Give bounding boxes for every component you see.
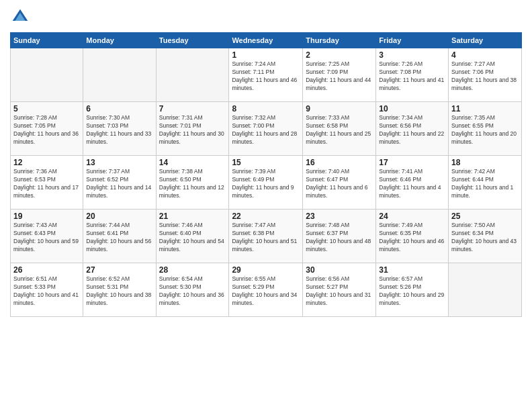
day-info: Sunrise: 7:33 AM Sunset: 6:58 PM Dayligh…: [306, 114, 373, 146]
calendar-cell: 29Sunrise: 6:55 AM Sunset: 5:29 PM Dayli…: [229, 263, 303, 317]
day-info: Sunrise: 6:54 AM Sunset: 5:30 PM Dayligh…: [159, 275, 226, 308]
calendar-cell: 3Sunrise: 7:26 AM Sunset: 7:08 PM Daylig…: [376, 48, 449, 102]
day-number: 2: [306, 50, 373, 60]
weekday-header-sunday: Sunday: [11, 33, 83, 48]
day-number: 22: [232, 212, 300, 221]
day-info: Sunrise: 7:27 AM Sunset: 7:06 PM Dayligh…: [451, 60, 519, 93]
day-number: 25: [451, 212, 519, 221]
day-info: Sunrise: 6:55 AM Sunset: 5:29 PM Dayligh…: [232, 275, 300, 308]
logo-icon: [10, 7, 30, 27]
day-info: Sunrise: 7:42 AM Sunset: 6:44 PM Dayligh…: [451, 168, 519, 200]
day-info: Sunrise: 7:49 AM Sunset: 6:35 PM Dayligh…: [379, 222, 445, 254]
day-number: 5: [13, 104, 80, 113]
calendar-cell: 1Sunrise: 7:24 AM Sunset: 7:11 PM Daylig…: [229, 48, 303, 102]
day-number: 4: [451, 50, 519, 60]
day-number: 20: [86, 212, 152, 221]
day-info: Sunrise: 7:46 AM Sunset: 6:40 PM Dayligh…: [159, 222, 226, 254]
day-info: Sunrise: 7:43 AM Sunset: 6:43 PM Dayligh…: [13, 222, 80, 254]
day-number: 6: [86, 104, 152, 113]
day-number: 1: [232, 50, 300, 60]
day-number: 12: [13, 158, 80, 167]
calendar-week-5: 26Sunrise: 6:51 AM Sunset: 5:33 PM Dayli…: [11, 263, 522, 317]
calendar-cell: 23Sunrise: 7:48 AM Sunset: 6:37 PM Dayli…: [303, 210, 376, 263]
calendar-cell: 14Sunrise: 7:38 AM Sunset: 6:50 PM Dayli…: [156, 156, 229, 210]
day-number: 23: [306, 212, 373, 221]
day-info: Sunrise: 7:30 AM Sunset: 7:03 PM Dayligh…: [86, 114, 152, 146]
calendar-table: SundayMondayTuesdayWednesdayThursdayFrid…: [10, 32, 522, 317]
logo: [10, 7, 33, 27]
day-info: Sunrise: 6:52 AM Sunset: 5:31 PM Dayligh…: [86, 275, 152, 308]
day-info: Sunrise: 7:36 AM Sunset: 6:53 PM Dayligh…: [13, 168, 80, 200]
day-info: Sunrise: 7:25 AM Sunset: 7:09 PM Dayligh…: [306, 60, 373, 93]
calendar-cell: [11, 48, 83, 102]
calendar-cell: 24Sunrise: 7:49 AM Sunset: 6:35 PM Dayli…: [376, 210, 449, 263]
calendar-cell: 16Sunrise: 7:40 AM Sunset: 6:47 PM Dayli…: [303, 156, 376, 210]
calendar-cell: 25Sunrise: 7:50 AM Sunset: 6:34 PM Dayli…: [449, 210, 522, 263]
weekday-header-thursday: Thursday: [303, 33, 376, 48]
calendar-cell: 15Sunrise: 7:39 AM Sunset: 6:49 PM Dayli…: [229, 156, 303, 210]
day-info: Sunrise: 7:39 AM Sunset: 6:49 PM Dayligh…: [232, 168, 300, 200]
day-info: Sunrise: 7:47 AM Sunset: 6:38 PM Dayligh…: [232, 222, 300, 254]
day-info: Sunrise: 7:31 AM Sunset: 7:01 PM Dayligh…: [159, 114, 226, 146]
calendar-week-3: 12Sunrise: 7:36 AM Sunset: 6:53 PM Dayli…: [11, 156, 522, 210]
calendar-cell: 12Sunrise: 7:36 AM Sunset: 6:53 PM Dayli…: [11, 156, 83, 210]
day-info: Sunrise: 7:24 AM Sunset: 7:11 PM Dayligh…: [232, 60, 300, 93]
calendar-cell: 21Sunrise: 7:46 AM Sunset: 6:40 PM Dayli…: [156, 210, 229, 263]
calendar-cell: 28Sunrise: 6:54 AM Sunset: 5:30 PM Dayli…: [156, 263, 229, 317]
day-info: Sunrise: 7:26 AM Sunset: 7:08 PM Dayligh…: [379, 60, 445, 93]
calendar-cell: 26Sunrise: 6:51 AM Sunset: 5:33 PM Dayli…: [11, 263, 83, 317]
day-number: 10: [379, 104, 445, 113]
day-number: 30: [306, 265, 373, 275]
weekday-header-wednesday: Wednesday: [229, 33, 303, 48]
calendar-cell: 18Sunrise: 7:42 AM Sunset: 6:44 PM Dayli…: [449, 156, 522, 210]
calendar-cell: 17Sunrise: 7:41 AM Sunset: 6:46 PM Dayli…: [376, 156, 449, 210]
day-info: Sunrise: 7:44 AM Sunset: 6:41 PM Dayligh…: [86, 222, 152, 254]
calendar-cell: 19Sunrise: 7:43 AM Sunset: 6:43 PM Dayli…: [11, 210, 83, 263]
calendar-cell: [449, 263, 522, 317]
day-info: Sunrise: 7:40 AM Sunset: 6:47 PM Dayligh…: [306, 168, 373, 200]
day-info: Sunrise: 7:28 AM Sunset: 7:05 PM Dayligh…: [13, 114, 80, 146]
calendar-cell: 10Sunrise: 7:34 AM Sunset: 6:56 PM Dayli…: [376, 102, 449, 156]
calendar-cell: [156, 48, 229, 102]
day-info: Sunrise: 7:34 AM Sunset: 6:56 PM Dayligh…: [379, 114, 445, 146]
calendar-cell: 4Sunrise: 7:27 AM Sunset: 7:06 PM Daylig…: [449, 48, 522, 102]
day-number: 13: [86, 158, 152, 167]
day-info: Sunrise: 7:50 AM Sunset: 6:34 PM Dayligh…: [451, 222, 519, 254]
day-number: 18: [451, 158, 519, 167]
calendar-cell: 22Sunrise: 7:47 AM Sunset: 6:38 PM Dayli…: [229, 210, 303, 263]
day-number: 3: [379, 50, 445, 60]
weekday-header-saturday: Saturday: [449, 33, 522, 48]
day-info: Sunrise: 7:38 AM Sunset: 6:50 PM Dayligh…: [159, 168, 226, 200]
calendar-cell: 2Sunrise: 7:25 AM Sunset: 7:09 PM Daylig…: [303, 48, 376, 102]
day-number: 14: [159, 158, 226, 167]
day-number: 24: [379, 212, 445, 221]
calendar-cell: 5Sunrise: 7:28 AM Sunset: 7:05 PM Daylig…: [11, 102, 83, 156]
calendar-cell: 7Sunrise: 7:31 AM Sunset: 7:01 PM Daylig…: [156, 102, 229, 156]
calendar-cell: 9Sunrise: 7:33 AM Sunset: 6:58 PM Daylig…: [303, 102, 376, 156]
day-info: Sunrise: 7:35 AM Sunset: 6:55 PM Dayligh…: [451, 114, 519, 146]
calendar-cell: 31Sunrise: 6:57 AM Sunset: 5:26 PM Dayli…: [376, 263, 449, 317]
calendar-week-4: 19Sunrise: 7:43 AM Sunset: 6:43 PM Dayli…: [11, 210, 522, 263]
calendar-cell: 11Sunrise: 7:35 AM Sunset: 6:55 PM Dayli…: [449, 102, 522, 156]
calendar-cell: 30Sunrise: 6:56 AM Sunset: 5:27 PM Dayli…: [303, 263, 376, 317]
page: SundayMondayTuesdayWednesdayThursdayFrid…: [0, 0, 532, 411]
day-info: Sunrise: 6:51 AM Sunset: 5:33 PM Dayligh…: [13, 275, 80, 308]
calendar-cell: 6Sunrise: 7:30 AM Sunset: 7:03 PM Daylig…: [83, 102, 156, 156]
calendar-week-1: 1Sunrise: 7:24 AM Sunset: 7:11 PM Daylig…: [11, 48, 522, 102]
day-number: 7: [159, 104, 226, 113]
calendar-cell: 27Sunrise: 6:52 AM Sunset: 5:31 PM Dayli…: [83, 263, 156, 317]
header: [10, 7, 522, 27]
calendar-week-2: 5Sunrise: 7:28 AM Sunset: 7:05 PM Daylig…: [11, 102, 522, 156]
day-number: 16: [306, 158, 373, 167]
calendar-cell: [83, 48, 156, 102]
day-number: 11: [451, 104, 519, 113]
calendar-cell: 8Sunrise: 7:32 AM Sunset: 7:00 PM Daylig…: [229, 102, 303, 156]
day-number: 26: [13, 265, 80, 275]
day-number: 28: [159, 265, 226, 275]
day-info: Sunrise: 7:41 AM Sunset: 6:46 PM Dayligh…: [379, 168, 445, 200]
day-info: Sunrise: 6:56 AM Sunset: 5:27 PM Dayligh…: [306, 275, 373, 308]
day-number: 21: [159, 212, 226, 221]
weekday-header-tuesday: Tuesday: [156, 33, 229, 48]
day-info: Sunrise: 7:48 AM Sunset: 6:37 PM Dayligh…: [306, 222, 373, 254]
weekday-header-row: SundayMondayTuesdayWednesdayThursdayFrid…: [11, 33, 522, 48]
